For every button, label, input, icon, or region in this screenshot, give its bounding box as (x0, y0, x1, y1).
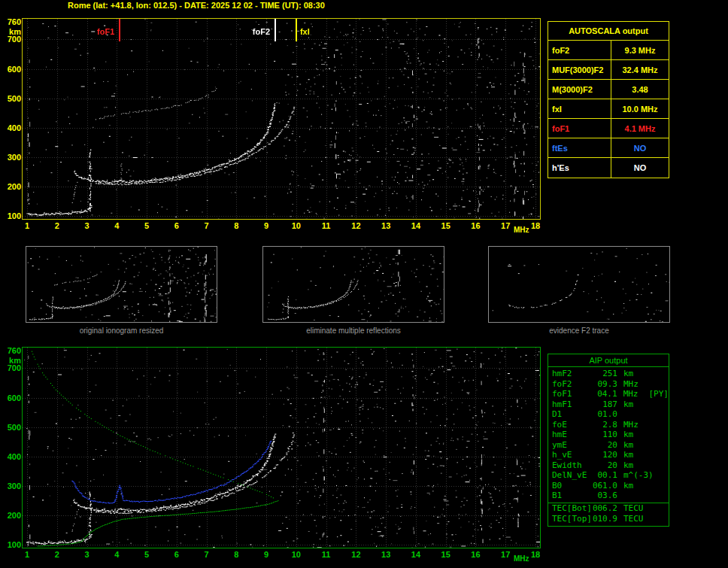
aip-parameter-flag: [PY] (639, 389, 669, 399)
thumbnail-original-ionogram (26, 246, 217, 323)
autoscala-row: ftEsNO (548, 138, 669, 158)
thumbnail-eliminate-reflections (262, 246, 444, 323)
y-tick-label: 760 (2, 17, 21, 26)
x-tick-label: 7 (199, 550, 215, 559)
y-tick-label: 100 (2, 211, 21, 220)
aip-row: D101.0 (548, 409, 669, 420)
x-tick-label: 10 (288, 221, 305, 230)
aip-row: h_vE120km (548, 450, 669, 460)
parameter-value: 4.1 MHz (611, 119, 669, 138)
autoscala-output-table: AUTOSCALA output foF29.3 MHzMUF(3000)F23… (548, 21, 669, 178)
y-tick-label: 500 (2, 423, 21, 432)
aip-row: foE2.8MHz (548, 420, 669, 430)
tec-row: TEC[Top]010.9TECU (548, 514, 669, 524)
aip-row: B0061.0km (548, 481, 669, 491)
parameter-label: foF2 (548, 41, 611, 59)
aip-row: hmE110km (548, 430, 669, 440)
tec-value: 010.9 (590, 514, 617, 524)
x-tick-label: 15 (438, 221, 454, 230)
aip-parameter-unit (617, 409, 623, 420)
thumbnail-evidence-f2-trace (488, 246, 670, 323)
y-axis-unit: km (2, 27, 21, 36)
y-tick-label: 760 (2, 346, 21, 355)
marker-foF1: foF1 (92, 27, 114, 36)
thumbnail-caption-original: original ionogram resized (26, 327, 217, 335)
y-tick-label: 500 (2, 94, 21, 103)
parameter-value: 9.3 MHz (611, 41, 669, 59)
x-tick-label: 14 (408, 550, 424, 559)
x-tick-label: 17 (497, 221, 514, 230)
y-tick-label: 400 (2, 452, 21, 461)
x-tick-label: 5 (138, 221, 155, 230)
tec-value: 006.2 (590, 503, 617, 514)
aip-parameter-unit (617, 491, 623, 501)
autoscala-row: MUF(3000)F232.4 MHz (548, 60, 669, 80)
aip-parameter-value: 061.0 (590, 481, 617, 491)
parameter-label: ftEs (548, 138, 611, 157)
aip-parameter-value: 20 (590, 460, 617, 471)
y-tick-label: 700 (2, 363, 21, 372)
marker-fxI: fxI (300, 27, 310, 36)
aip-row: DelN_vE00.1m^(-3) (548, 470, 669, 481)
x-tick-label: 11 (318, 550, 335, 559)
x-axis-unit: MHz (514, 554, 529, 563)
parameter-label: MUF(3000)F2 (548, 60, 611, 79)
y-tick-label: 100 (2, 540, 21, 549)
aip-parameter-value: 251 (590, 369, 617, 379)
x-tick-label: 5 (138, 550, 155, 559)
parameter-value: 3.48 (611, 80, 669, 99)
tec-row: TEC[Bot]006.2TECU (548, 503, 669, 514)
aip-row: foF209.3MHz (548, 379, 669, 390)
x-tick-label: 4 (108, 550, 125, 559)
x-tick-label: 15 (438, 550, 454, 559)
aip-row: foF104.1MHz[PY] (548, 389, 669, 399)
x-tick-label: 2 (49, 221, 65, 230)
y-axis-unit: km (2, 356, 21, 365)
autoscala-row: foF14.1 MHz (548, 119, 669, 138)
x-tick-label: 7 (199, 221, 215, 230)
aip-parameter-name: foF1 (548, 389, 590, 399)
autoscala-window: Rome (lat: +41.8, lon: 012.5) - DATE: 20… (0, 0, 728, 568)
tec-rows: TEC[Bot]006.2TECUTEC[Top]010.9TECU (548, 503, 669, 524)
x-tick-label: 14 (408, 221, 424, 230)
x-tick-label: 13 (378, 221, 394, 230)
aip-parameter-name: Ewidth (548, 460, 590, 471)
aip-row: B103.6 (548, 491, 669, 501)
y-tick-label: 200 (2, 511, 21, 520)
x-tick-label: 12 (347, 550, 364, 559)
thumbnail-caption-eliminate: eliminate multiple reflections (263, 327, 444, 335)
aip-parameter-value: 2.8 (590, 420, 617, 430)
aip-parameter-value: 20 (590, 440, 617, 451)
aip-parameter-value: 09.3 (590, 379, 617, 390)
aip-parameter-unit: m^(-3) (617, 470, 654, 481)
parameter-label: M(3000)F2 (548, 80, 611, 99)
aip-parameter-name: D1 (548, 409, 590, 420)
aip-parameter-unit: km (617, 481, 633, 491)
x-tick-label: 16 (467, 221, 484, 230)
aip-parameter-name: hmE (548, 430, 590, 440)
marker-foF2: foF2 (247, 27, 270, 36)
x-tick-label: 11 (318, 221, 335, 230)
y-tick-label: 200 (2, 182, 21, 191)
parameter-value: NO (611, 138, 669, 157)
aip-parameter-unit: km (617, 369, 633, 379)
x-tick-label: 3 (79, 550, 96, 559)
autoscala-table-rows: foF29.3 MHzMUF(3000)F232.4 MHzM(3000)F23… (548, 41, 669, 178)
autoscala-row: foF29.3 MHz (548, 41, 669, 60)
x-tick-label: 16 (467, 550, 484, 559)
parameter-value: 32.4 MHz (611, 60, 669, 79)
x-tick-label: 9 (258, 221, 275, 230)
tec-name: TEC[Top] (548, 514, 590, 524)
x-tick-label: 12 (347, 221, 364, 230)
parameter-value: NO (611, 158, 669, 178)
aip-row: hmF2251km (548, 369, 669, 379)
parameter-value: 10.0 MHz (611, 99, 669, 118)
aip-parameter-name: ymE (548, 440, 590, 451)
autoscala-row: fxI10.0 MHz (548, 99, 669, 119)
profile-ionogram-canvas (22, 347, 541, 548)
aip-parameter-value: 00.1 (590, 470, 617, 481)
x-axis-unit: MHz (514, 226, 529, 235)
autoscala-table-title: AUTOSCALA output (548, 22, 669, 41)
y-tick-label: 700 (2, 35, 21, 44)
aip-table-rows: hmF2251kmfoF209.3MHzfoF104.1MHz[PY]hmF11… (548, 367, 669, 501)
